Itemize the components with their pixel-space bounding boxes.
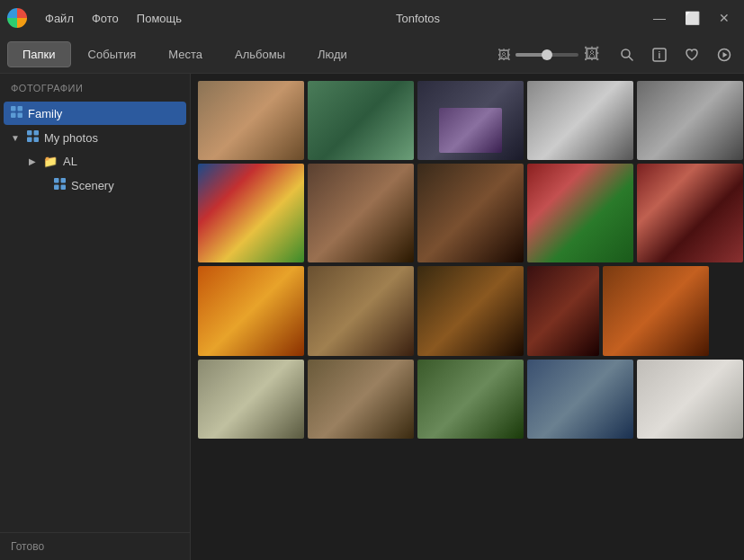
tab-events[interactable]: События	[73, 41, 152, 67]
svg-rect-14	[54, 178, 59, 183]
grid-icon-family	[11, 106, 22, 120]
grid-icon-scenery	[54, 178, 66, 192]
photo-thumb[interactable]	[417, 81, 524, 160]
expand-arrow-al: ▶	[29, 156, 36, 166]
sidebar-label-myphotos: My photos	[44, 131, 98, 145]
svg-rect-17	[61, 185, 67, 191]
tab-places[interactable]: Места	[153, 41, 218, 67]
svg-rect-10	[27, 130, 32, 136]
sidebar: Фотографии Family ▼	[0, 74, 191, 560]
svg-rect-13	[33, 138, 39, 143]
photo-thumb[interactable]	[308, 164, 414, 262]
sidebar-label-scenery: Scenery	[71, 179, 114, 192]
photo-row-2	[198, 164, 737, 262]
photo-row-3	[198, 266, 737, 356]
photo-thumb[interactable]	[198, 164, 304, 262]
status-bar-text: Готово	[0, 532, 190, 560]
sidebar-item-family[interactable]: Family	[4, 102, 186, 125]
svg-rect-8	[11, 113, 16, 119]
photo-thumb[interactable]	[637, 81, 743, 160]
folder-icon-al: 📁	[43, 155, 58, 168]
photo-thumb[interactable]	[603, 266, 709, 356]
tab-people[interactable]: Люди	[302, 41, 363, 67]
sidebar-label-al: AL	[63, 155, 77, 168]
slideshow-button[interactable]	[712, 42, 737, 67]
tab-albums[interactable]: Альбомы	[220, 41, 300, 67]
photo-thumb[interactable]	[527, 360, 633, 439]
photo-thumb[interactable]	[198, 360, 304, 439]
main-tabs: Папки События Места Альбомы Люди	[7, 41, 363, 67]
svg-text:i: i	[659, 50, 661, 60]
photo-thumb[interactable]	[637, 360, 743, 439]
photo-thumb[interactable]	[417, 164, 524, 262]
size-slider[interactable]	[515, 53, 578, 57]
photo-thumb[interactable]	[308, 81, 414, 160]
photo-thumb[interactable]	[198, 81, 304, 160]
photo-small-icon: 🖼	[497, 48, 510, 62]
svg-rect-12	[27, 138, 32, 143]
svg-rect-9	[18, 113, 23, 119]
sidebar-item-al[interactable]: ▶ 📁 AL	[11, 150, 186, 173]
sidebar-header: Фотографии	[0, 74, 190, 97]
title-bar: Файл Фото Помощь Tonfotos — ⬜ ✕	[0, 0, 744, 36]
grid-icon-myphotos	[27, 130, 39, 145]
photo-row-4	[198, 360, 737, 439]
photo-thumb[interactable]	[527, 81, 633, 160]
close-button[interactable]: ✕	[712, 9, 737, 27]
search-button[interactable]	[614, 42, 640, 67]
photo-thumb[interactable]	[417, 266, 524, 356]
photo-thumb[interactable]	[527, 164, 633, 262]
svg-line-1	[629, 57, 632, 60]
svg-rect-15	[61, 178, 67, 183]
photo-row-1	[198, 81, 737, 160]
app-title: Tonfotos	[189, 12, 647, 25]
photo-thumb[interactable]	[527, 266, 599, 356]
photo-thumb[interactable]	[198, 266, 304, 356]
photo-grid-area[interactable]	[191, 74, 744, 560]
photo-thumb[interactable]	[308, 266, 414, 356]
heart-icon	[685, 48, 699, 62]
info-button[interactable]: i	[647, 42, 672, 67]
minimize-button[interactable]: —	[647, 9, 672, 27]
app-logo	[7, 8, 27, 28]
search-icon	[620, 48, 634, 62]
play-icon	[717, 48, 731, 62]
menu-bar: Файл Фото Помощь	[38, 8, 189, 29]
menu-photo[interactable]: Фото	[85, 8, 126, 29]
svg-rect-16	[54, 185, 59, 191]
expand-arrow-myphotos: ▼	[11, 133, 20, 143]
folder-tree: Family ▼ My photos ▶ 📁	[0, 97, 190, 532]
menu-help[interactable]: Помощь	[130, 8, 189, 29]
svg-marker-5	[723, 52, 728, 58]
photo-thumb[interactable]	[308, 360, 414, 439]
svg-rect-7	[18, 106, 23, 111]
maximize-button[interactable]: ⬜	[679, 9, 704, 27]
favorites-button[interactable]	[679, 42, 704, 67]
sidebar-item-scenery[interactable]: Scenery	[22, 173, 186, 197]
window-controls: — ⬜ ✕	[647, 9, 737, 27]
photo-large-icon: 🖼	[584, 45, 600, 64]
svg-rect-6	[11, 106, 16, 111]
photo-thumb[interactable]	[637, 164, 743, 262]
sidebar-label-family: Family	[28, 107, 62, 120]
size-slider-area: 🖼 🖼	[497, 45, 600, 64]
tab-folders[interactable]: Папки	[7, 41, 71, 67]
sidebar-item-myphotos[interactable]: ▼ My photos	[4, 126, 186, 149]
menu-file[interactable]: Файл	[38, 8, 81, 29]
photo-thumb[interactable]	[417, 360, 524, 439]
toolbar: Папки События Места Альбомы Люди 🖼 🖼 i	[0, 36, 744, 74]
main-content: Фотографии Family ▼	[0, 74, 744, 560]
info-icon: i	[652, 48, 667, 62]
toolbar-action-icons: i	[614, 42, 737, 67]
svg-rect-11	[33, 130, 39, 136]
